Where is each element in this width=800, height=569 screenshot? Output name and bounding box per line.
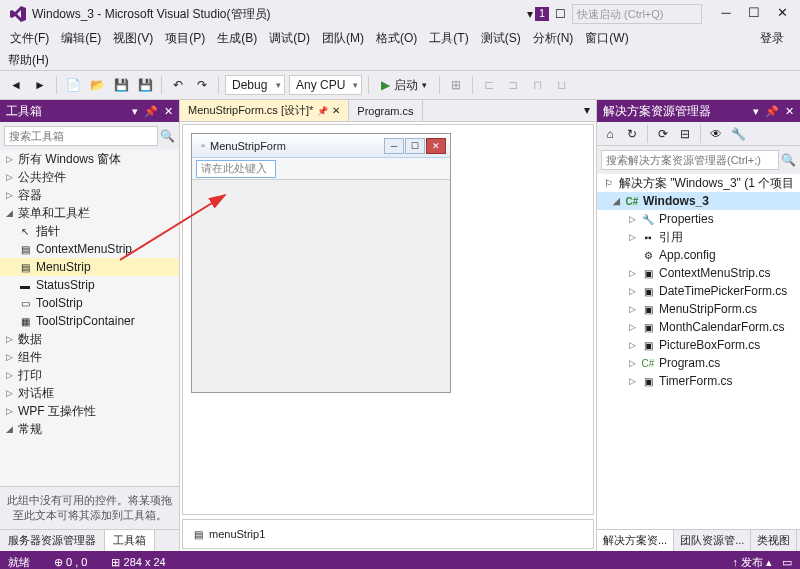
- menustrip-control[interactable]: 请在此处键入: [192, 158, 450, 180]
- align-left-button[interactable]: ⊏: [479, 75, 499, 95]
- notification-badge[interactable]: 1: [535, 7, 549, 21]
- status-extra-icon[interactable]: ▭: [782, 556, 792, 569]
- close-button[interactable]: ✕: [768, 4, 796, 24]
- group-menus[interactable]: ◢菜单和工具栏: [0, 204, 179, 222]
- group-wpf[interactable]: ▷WPF 互操作性: [0, 402, 179, 420]
- toolbox-title: 工具箱 ▾📌✕: [0, 100, 179, 122]
- node-properties[interactable]: ▷🔧Properties: [597, 210, 800, 228]
- start-debug-button[interactable]: ▶启动▾: [375, 75, 433, 95]
- align-top-button[interactable]: ⊔: [551, 75, 571, 95]
- menu-project[interactable]: 项目(P): [159, 28, 211, 50]
- group-general[interactable]: ◢常规: [0, 420, 179, 438]
- properties-button[interactable]: 🔧: [729, 125, 747, 143]
- feedback-icon[interactable]: ☐: [555, 7, 566, 21]
- menu-debug[interactable]: 调试(D): [263, 28, 316, 50]
- sign-in-link[interactable]: 登录: [754, 28, 796, 50]
- item-contextmenustrip[interactable]: ▤ContextMenuStrip: [0, 240, 179, 258]
- menubar: 文件(F) 编辑(E) 视图(V) 项目(P) 生成(B) 调试(D) 团队(M…: [0, 28, 800, 50]
- group-containers[interactable]: ▷容器: [0, 186, 179, 204]
- open-button[interactable]: 📂: [87, 75, 107, 95]
- sync-button[interactable]: ↻: [623, 125, 641, 143]
- solution-root[interactable]: ⚐解决方案 "Windows_3" (1 个项目: [597, 174, 800, 192]
- tab-class-view[interactable]: 类视图: [751, 530, 797, 551]
- dropdown-icon[interactable]: ▾: [132, 105, 138, 118]
- pin-icon[interactable]: 📌: [765, 105, 779, 118]
- save-button[interactable]: 💾: [111, 75, 131, 95]
- pin-tab-icon[interactable]: 📌: [317, 106, 328, 116]
- menu-window[interactable]: 窗口(W): [579, 28, 634, 50]
- minimize-button[interactable]: ─: [712, 4, 740, 24]
- dropdown-icon[interactable]: ▾: [753, 105, 759, 118]
- node-program[interactable]: ▷C#Program.cs: [597, 354, 800, 372]
- search-icon[interactable]: 🔍: [160, 129, 175, 143]
- maximize-button[interactable]: ☐: [740, 4, 768, 24]
- tab-toolbox[interactable]: 工具箱: [105, 530, 155, 551]
- menu-analyze[interactable]: 分析(N): [527, 28, 580, 50]
- item-toolstrip[interactable]: ▭ToolStrip: [0, 294, 179, 312]
- tray-item[interactable]: menuStrip1: [209, 528, 265, 540]
- form-window[interactable]: ▫ MenuStripForm ─ ☐ ✕ 请在此处键入: [191, 133, 451, 393]
- toolbar-btn-1[interactable]: ⊞: [446, 75, 466, 95]
- toolbox-search-input[interactable]: [4, 126, 158, 146]
- menu-tools[interactable]: 工具(T): [423, 28, 474, 50]
- node-appconfig[interactable]: ⚙App.config: [597, 246, 800, 264]
- project-node[interactable]: ◢C#Windows_3: [597, 192, 800, 210]
- solution-search-input[interactable]: [601, 150, 779, 170]
- node-picturebox[interactable]: ▷▣PictureBoxForm.cs: [597, 336, 800, 354]
- tab-team-explorer[interactable]: 团队资源管...: [674, 530, 751, 551]
- publish-button[interactable]: ↑ 发布 ▴: [732, 555, 772, 570]
- forward-button[interactable]: ►: [30, 75, 50, 95]
- menu-view[interactable]: 视图(V): [107, 28, 159, 50]
- menu-file[interactable]: 文件(F): [4, 28, 55, 50]
- menu-build[interactable]: 生成(B): [211, 28, 263, 50]
- close-panel-icon[interactable]: ✕: [785, 105, 794, 118]
- node-monthcalendar[interactable]: ▷▣MonthCalendarForm.cs: [597, 318, 800, 336]
- refresh-button[interactable]: ⟳: [654, 125, 672, 143]
- notifications-icon[interactable]: ▾: [527, 7, 533, 21]
- group-common[interactable]: ▷公共控件: [0, 168, 179, 186]
- menu-format[interactable]: 格式(O): [370, 28, 423, 50]
- save-all-button[interactable]: 💾: [135, 75, 155, 95]
- item-pointer[interactable]: ↖指针: [0, 222, 179, 240]
- item-toolstripcontainer[interactable]: ▦ToolStripContainer: [0, 312, 179, 330]
- group-printing[interactable]: ▷打印: [0, 366, 179, 384]
- form-designer[interactable]: ▫ MenuStripForm ─ ☐ ✕ 请在此处键入: [182, 124, 594, 515]
- menu-team[interactable]: 团队(M): [316, 28, 370, 50]
- tab-program[interactable]: Program.cs: [349, 100, 422, 121]
- group-dialogs[interactable]: ▷对话框: [0, 384, 179, 402]
- node-contextmenustrip[interactable]: ▷▣ContextMenuStrip.cs: [597, 264, 800, 282]
- new-project-button[interactable]: 📄: [63, 75, 83, 95]
- home-button[interactable]: ⌂: [601, 125, 619, 143]
- platform-dropdown[interactable]: Any CPU: [289, 75, 362, 95]
- back-button[interactable]: ◄: [6, 75, 26, 95]
- menu-edit[interactable]: 编辑(E): [55, 28, 107, 50]
- group-components[interactable]: ▷组件: [0, 348, 179, 366]
- undo-button[interactable]: ↶: [168, 75, 188, 95]
- quick-launch-input[interactable]: 快速启动 (Ctrl+Q): [572, 4, 702, 24]
- collapse-button[interactable]: ⊟: [676, 125, 694, 143]
- close-panel-icon[interactable]: ✕: [164, 105, 173, 118]
- tab-overflow-button[interactable]: ▾: [578, 100, 596, 121]
- node-timerform[interactable]: ▷▣TimerForm.cs: [597, 372, 800, 390]
- show-all-button[interactable]: 👁: [707, 125, 725, 143]
- menu-test[interactable]: 测试(S): [475, 28, 527, 50]
- node-menustripform[interactable]: ▷▣MenuStripForm.cs: [597, 300, 800, 318]
- align-right-button[interactable]: ⊓: [527, 75, 547, 95]
- node-datetimepicker[interactable]: ▷▣DateTimePickerForm.cs: [597, 282, 800, 300]
- align-center-button[interactable]: ⊐: [503, 75, 523, 95]
- close-tab-icon[interactable]: ✕: [332, 105, 340, 116]
- tab-menustripform[interactable]: MenuStripForm.cs [设计]*📌✕: [180, 100, 349, 121]
- tab-solution-explorer[interactable]: 解决方案资...: [597, 530, 674, 551]
- config-dropdown[interactable]: Debug: [225, 75, 285, 95]
- item-statusstrip[interactable]: ▬StatusStrip: [0, 276, 179, 294]
- type-here-input[interactable]: 请在此处键入: [196, 160, 276, 178]
- pin-icon[interactable]: 📌: [144, 105, 158, 118]
- group-data[interactable]: ▷数据: [0, 330, 179, 348]
- item-menustrip[interactable]: ▤MenuStrip: [0, 258, 179, 276]
- group-all-windows[interactable]: ▷所有 Windows 窗体: [0, 150, 179, 168]
- menu-help[interactable]: 帮助(H): [8, 53, 49, 67]
- tab-server-explorer[interactable]: 服务器资源管理器: [0, 530, 105, 551]
- redo-button[interactable]: ↷: [192, 75, 212, 95]
- search-icon[interactable]: 🔍: [781, 153, 796, 167]
- node-references[interactable]: ▷▪▪引用: [597, 228, 800, 246]
